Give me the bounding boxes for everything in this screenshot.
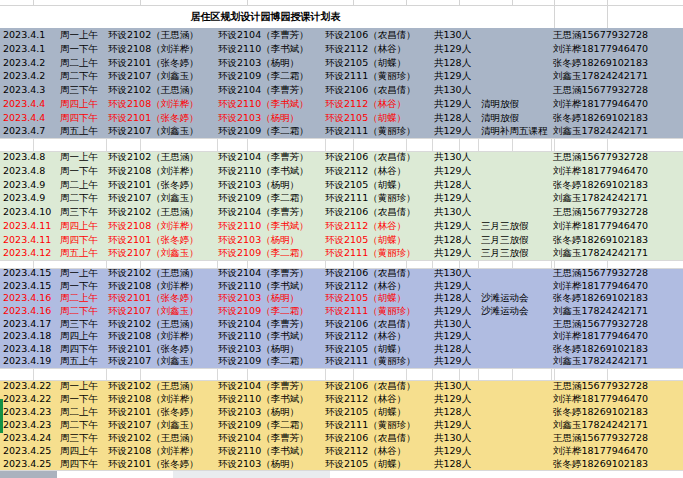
contact-cell[interactable]: 张冬婷18269102183: [553, 405, 648, 418]
class1-cell[interactable]: 环设2108（刘洋桦）: [108, 444, 199, 457]
count-cell[interactable]: 共129人: [434, 444, 471, 457]
contact-cell[interactable]: 张冬婷18269102183: [553, 233, 648, 247]
period-cell[interactable]: 周一下午: [60, 392, 98, 405]
class1-cell[interactable]: 环设2102（王思涵）: [108, 150, 199, 164]
date-cell[interactable]: 2023.4.1: [3, 28, 45, 42]
period-cell[interactable]: 周四上午: [60, 97, 98, 111]
class3-cell[interactable]: 环设2112（林谷）: [325, 97, 406, 111]
class1-cell[interactable]: 环设2102（王思涵）: [108, 28, 199, 42]
class3-cell[interactable]: 环设2106（农昌倩）: [325, 150, 416, 164]
period-cell[interactable]: 周四上午: [60, 444, 98, 457]
class3-cell[interactable]: 环设2106（农昌倩）: [325, 318, 416, 331]
class3-cell[interactable]: 环设2105（胡蝶）: [325, 56, 406, 70]
class3-cell[interactable]: 环设2111（黄丽珍）: [325, 305, 416, 318]
class3-cell[interactable]: 环设2112（林谷）: [325, 42, 406, 56]
count-cell[interactable]: 共129人: [434, 246, 471, 260]
class2-cell[interactable]: 环设2103（杨明）: [218, 405, 299, 418]
class1-cell[interactable]: 环设2108（刘洋桦）: [108, 330, 199, 343]
date-cell[interactable]: 2023.4.4: [3, 111, 45, 125]
class3-cell[interactable]: 环设2111（黄丽珍）: [325, 191, 416, 205]
period-cell[interactable]: 周一上午: [60, 150, 98, 164]
date-cell[interactable]: 2023.4.4: [3, 97, 45, 111]
class2-cell[interactable]: 环设2110（李书斌）: [218, 164, 309, 178]
count-cell[interactable]: 共129人: [434, 418, 471, 431]
contact-cell[interactable]: 王思涵15677932728: [553, 83, 648, 97]
class3-cell[interactable]: 环设2106（农昌倩）: [325, 28, 416, 42]
class1-cell[interactable]: 环设2108（刘洋桦）: [108, 42, 199, 56]
class2-cell[interactable]: 环设2110（李书斌）: [218, 330, 309, 343]
class3-cell[interactable]: 环设2111（黄丽珍）: [325, 124, 416, 138]
date-cell[interactable]: 2023.4.11: [3, 233, 51, 247]
class2-cell[interactable]: 环设2104（李曹芳）: [218, 318, 309, 331]
contact-cell[interactable]: 张冬婷18269102183: [553, 292, 648, 305]
note-cell[interactable]: 沙滩运动会: [481, 292, 529, 305]
contact-cell[interactable]: 王思涵15677932728: [553, 150, 648, 164]
class2-cell[interactable]: 环设2110（李书斌）: [218, 219, 309, 233]
class1-cell[interactable]: 环设2102（王思涵）: [108, 318, 199, 331]
class1-cell[interactable]: 环设2107（刘鑫玉）: [108, 124, 199, 138]
contact-cell[interactable]: 刘洋桦18177946470: [553, 330, 648, 343]
date-cell[interactable]: 2023.4.23: [3, 405, 51, 418]
note-cell[interactable]: 沙滩运动会: [481, 305, 529, 318]
period-cell[interactable]: 周二下午: [60, 191, 98, 205]
date-cell[interactable]: 2023.4.9: [3, 191, 45, 205]
class1-cell[interactable]: 环设2108（刘洋桦）: [108, 392, 199, 405]
class3-cell[interactable]: 环设2105（胡蝶）: [325, 111, 406, 125]
date-cell[interactable]: 2023.4.25: [3, 444, 51, 457]
date-cell[interactable]: 2023.4.7: [3, 124, 45, 138]
contact-cell[interactable]: 张冬婷18269102183: [553, 111, 648, 125]
class2-cell[interactable]: 环设2110（李书斌）: [218, 97, 309, 111]
date-cell[interactable]: 2023.4.9: [3, 178, 45, 192]
class1-cell[interactable]: 环设2101（张冬婷）: [108, 111, 199, 125]
contact-cell[interactable]: 刘鑫玉17824242171: [553, 69, 648, 83]
date-cell[interactable]: 2023.4.17: [3, 318, 51, 331]
contact-cell[interactable]: 刘鑫玉17824242171: [553, 305, 648, 318]
contact-cell[interactable]: 刘鑫玉17824242171: [553, 124, 648, 138]
class3-cell[interactable]: 环设2112（林谷）: [325, 392, 406, 405]
class1-cell[interactable]: 环设2108（刘洋桦）: [108, 219, 199, 233]
class2-cell[interactable]: 环设2109（李二霜）: [218, 355, 309, 368]
date-cell[interactable]: 2023.4.19: [3, 355, 51, 368]
count-cell[interactable]: 共130人: [434, 205, 471, 219]
date-cell[interactable]: 2023.4.15: [3, 280, 51, 293]
class1-cell[interactable]: 环设2107（刘鑫玉）: [108, 69, 199, 83]
class3-cell[interactable]: 环设2112（林谷）: [325, 330, 406, 343]
class3-cell[interactable]: 环设2112（林谷）: [325, 219, 406, 233]
count-cell[interactable]: 共128人: [434, 405, 471, 418]
class1-cell[interactable]: 环设2107（刘鑫玉）: [108, 355, 199, 368]
count-cell[interactable]: 共129人: [434, 280, 471, 293]
class2-cell[interactable]: 环设2110（李书斌）: [218, 392, 309, 405]
class1-cell[interactable]: 环设2101（张冬婷）: [108, 292, 199, 305]
class1-cell[interactable]: 环设2107（刘鑫玉）: [108, 305, 199, 318]
class2-cell[interactable]: 环设2110（李书斌）: [218, 42, 309, 56]
class3-cell[interactable]: 环设2111（黄丽珍）: [325, 355, 416, 368]
class3-cell[interactable]: 环设2111（黄丽珍）: [325, 246, 416, 260]
period-cell[interactable]: 周二下午: [60, 305, 98, 318]
date-cell[interactable]: 2023.4.12: [3, 246, 51, 260]
count-cell[interactable]: 共128人: [434, 111, 471, 125]
class3-cell[interactable]: 环设2112（林谷）: [325, 280, 406, 293]
date-cell[interactable]: 2023.4.1: [3, 42, 45, 56]
class3-cell[interactable]: 环设2112（林谷）: [325, 164, 406, 178]
count-cell[interactable]: 共130人: [434, 28, 471, 42]
class1-cell[interactable]: 环设2101（张冬婷）: [108, 405, 199, 418]
period-cell[interactable]: 周一下午: [60, 164, 98, 178]
note-cell[interactable]: 清明补周五课程: [481, 124, 548, 138]
class2-cell[interactable]: 环设2109（李二霜）: [218, 124, 309, 138]
contact-cell[interactable]: 刘鑫玉17824242171: [553, 418, 648, 431]
class2-cell[interactable]: 环设2104（李曹芳）: [218, 83, 309, 97]
period-cell[interactable]: 周四上午: [60, 219, 98, 233]
class2-cell[interactable]: 环设2104（李曹芳）: [218, 28, 309, 42]
date-cell[interactable]: 2023.4.16: [3, 305, 51, 318]
period-cell[interactable]: 周四下午: [60, 457, 98, 470]
count-cell[interactable]: 共128人: [434, 178, 471, 192]
class2-cell[interactable]: 环设2103（杨明）: [218, 233, 299, 247]
count-cell[interactable]: 共129人: [434, 219, 471, 233]
period-cell[interactable]: 周一下午: [60, 42, 98, 56]
period-cell[interactable]: 周四下午: [60, 233, 98, 247]
period-cell[interactable]: 周二下午: [60, 418, 98, 431]
date-cell[interactable]: 2023.4.8: [3, 150, 45, 164]
date-cell[interactable]: 2023.4.2: [3, 56, 45, 70]
count-cell[interactable]: 共128人: [434, 233, 471, 247]
date-cell[interactable]: 2023.4.3: [3, 83, 45, 97]
